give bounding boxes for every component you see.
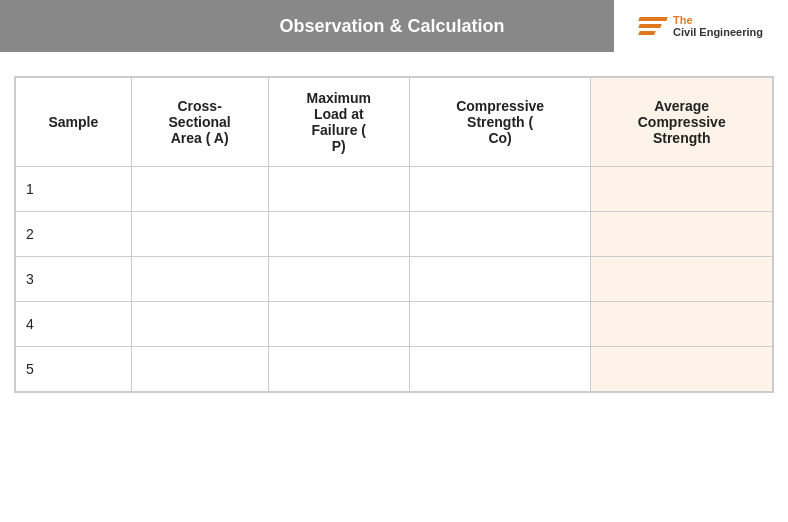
cell-5-cross_sectional_area: [131, 347, 268, 392]
logo-box: The Civil Engineering: [614, 0, 788, 52]
cell-1-sample: 1: [16, 167, 132, 212]
cell-5-sample: 5: [16, 347, 132, 392]
cell-1-compressive_strength: [409, 167, 591, 212]
cell-5-compressive_strength: [409, 347, 591, 392]
logo-main: Civil Engineering: [673, 26, 763, 38]
cell-5-max_load: [268, 347, 409, 392]
cell-2-avg_compressive_strength: [591, 212, 773, 257]
cell-2-cross_sectional_area: [131, 212, 268, 257]
col-header-cross-sectional-area: Cross-SectionalArea ( A): [131, 78, 268, 167]
table-body: 12345: [16, 167, 773, 392]
table-row: 5: [16, 347, 773, 392]
cell-3-max_load: [268, 257, 409, 302]
header-title: Observation & Calculation: [279, 16, 504, 37]
cell-4-sample: 4: [16, 302, 132, 347]
cell-4-compressive_strength: [409, 302, 591, 347]
col-header-max-load: MaximumLoad atFailure (P): [268, 78, 409, 167]
page-header: Observation & Calculation The Civil Engi…: [0, 0, 788, 52]
col-header-sample: Sample: [16, 78, 132, 167]
col-header-compressive-strength: CompressiveStrength (Co): [409, 78, 591, 167]
cell-2-max_load: [268, 212, 409, 257]
cell-5-avg_compressive_strength: [591, 347, 773, 392]
cell-4-cross_sectional_area: [131, 302, 268, 347]
cell-3-cross_sectional_area: [131, 257, 268, 302]
table-row: 4: [16, 302, 773, 347]
cell-1-cross_sectional_area: [131, 167, 268, 212]
observation-table: Sample Cross-SectionalArea ( A) MaximumL…: [15, 77, 773, 392]
table-row: 2: [16, 212, 773, 257]
cell-2-sample: 2: [16, 212, 132, 257]
logo-stripes-icon: [639, 17, 667, 35]
cell-3-avg_compressive_strength: [591, 257, 773, 302]
observation-table-container: Sample Cross-SectionalArea ( A) MaximumL…: [14, 76, 774, 393]
table-row: 1: [16, 167, 773, 212]
cell-4-avg_compressive_strength: [591, 302, 773, 347]
cell-3-compressive_strength: [409, 257, 591, 302]
cell-1-max_load: [268, 167, 409, 212]
table-row: 3: [16, 257, 773, 302]
logo-the: The: [673, 14, 763, 26]
logo-text: The Civil Engineering: [673, 14, 763, 38]
cell-1-avg_compressive_strength: [591, 167, 773, 212]
cell-3-sample: 3: [16, 257, 132, 302]
col-header-avg-compressive-strength: AverageCompressiveStrength: [591, 78, 773, 167]
cell-2-compressive_strength: [409, 212, 591, 257]
table-header-row: Sample Cross-SectionalArea ( A) MaximumL…: [16, 78, 773, 167]
cell-4-max_load: [268, 302, 409, 347]
logo: The Civil Engineering: [639, 14, 763, 38]
